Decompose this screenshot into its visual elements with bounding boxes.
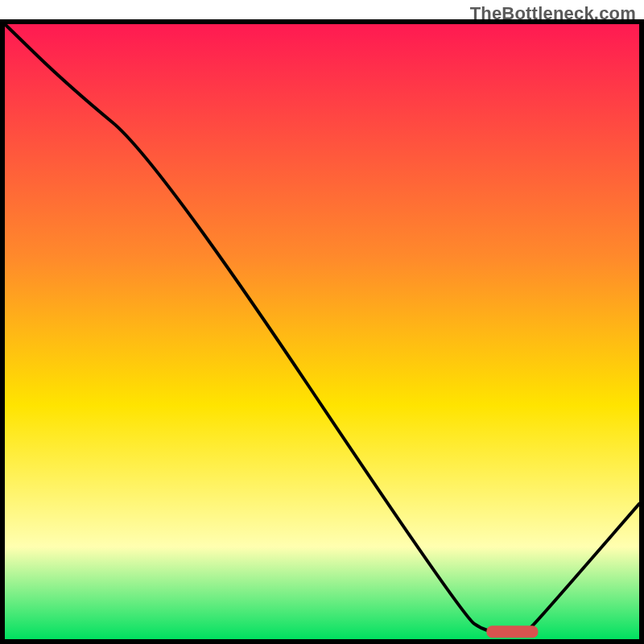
bottleneck-curve-chart (0, 0, 644, 644)
optimal-marker (487, 626, 538, 638)
plot-background (5, 24, 639, 639)
watermark-text: TheBottleneck.com (470, 3, 636, 24)
chart-frame: TheBottleneck.com (0, 0, 644, 644)
